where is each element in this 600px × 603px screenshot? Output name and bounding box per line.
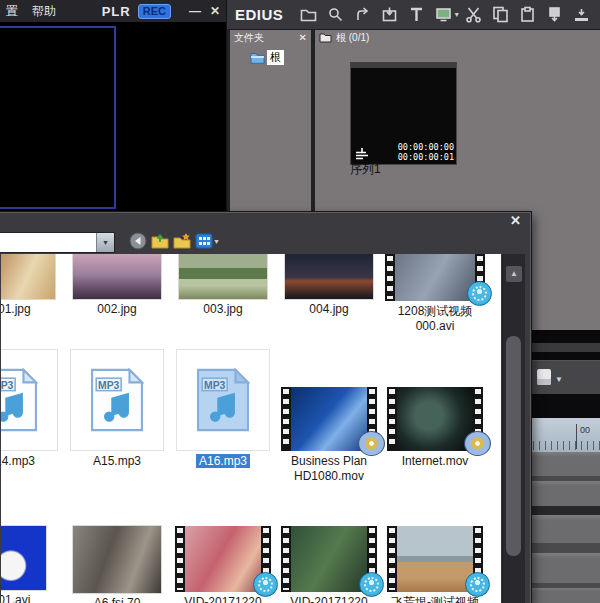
image-thumbnail xyxy=(73,526,161,593)
paste-icon[interactable] xyxy=(519,6,536,23)
image-thumbnail xyxy=(179,254,267,299)
file-label: VID-20171220 xyxy=(184,595,261,603)
scrollbar-thumb[interactable] xyxy=(506,336,521,556)
media-player-overlay-icon xyxy=(359,572,384,597)
file-item-vid2[interactable]: VID-20171220 xyxy=(276,523,382,603)
file-item-a16mp3-selected[interactable]: MP3 A16.mp3 xyxy=(170,349,276,484)
file-label: A6 fsi 70 xyxy=(94,596,141,603)
file-label: Internet.mov xyxy=(402,454,469,468)
folders-panel-close-icon[interactable]: ✕ xyxy=(299,32,307,43)
file-label: A15.mp3 xyxy=(93,454,141,468)
rec-mode-badge[interactable]: REC xyxy=(138,4,171,19)
cut-icon[interactable] xyxy=(465,6,482,23)
player-minimize-button[interactable]: — xyxy=(189,4,201,18)
timeline-clip-icon xyxy=(355,148,369,161)
monitor-icon[interactable] xyxy=(435,6,452,23)
dialog-close-icon[interactable]: ✕ xyxy=(510,213,521,228)
audio-thumbnail: MP3 xyxy=(1,349,58,451)
capture-icon[interactable] xyxy=(546,6,563,23)
edius-toolbar: EDIUS ▼ xyxy=(227,0,600,30)
file-label: 001.jpg xyxy=(1,302,31,316)
file-row: 001.avi A6 fsi 70 VID-20171220 xyxy=(1,523,488,603)
image-thumbnail xyxy=(1,254,55,299)
screen: 置 帮助 PLR REC — ✕ EDIUS ▼ xyxy=(0,0,600,603)
track-header-icon[interactable] xyxy=(537,369,551,385)
file-list: 001.jpg 002.jpg 003.jpg 004.jpg xyxy=(1,254,501,603)
clip-timecode-in: 00:00:00:00 xyxy=(398,142,454,152)
menu-item-help[interactable]: 帮助 xyxy=(32,3,56,20)
file-item-003jpg[interactable]: 003.jpg xyxy=(170,254,276,334)
quicktime-disc-icon xyxy=(464,431,491,456)
menu-item-settings-partial[interactable]: 置 xyxy=(6,3,18,20)
bin-panel-title: 根 (0/1) xyxy=(336,31,369,45)
send-up-icon[interactable] xyxy=(354,6,371,23)
scrollbar-up-icon[interactable]: ▲ xyxy=(506,266,522,282)
player-close-button[interactable]: ✕ xyxy=(210,4,220,18)
new-folder-icon[interactable] xyxy=(173,232,191,250)
file-list-scrollbar[interactable]: ▲ xyxy=(502,254,525,603)
view-grid-caret-icon[interactable]: ▼ xyxy=(213,238,220,245)
file-label: 004.jpg xyxy=(309,302,348,316)
clip-timecodes: 00:00:00:00 00:00:00:01 xyxy=(398,142,454,162)
image-thumbnail xyxy=(1,526,46,590)
file-item-internet-mov[interactable]: Internet.mov xyxy=(382,349,488,484)
file-label-selected: A16.mp3 xyxy=(196,454,250,468)
file-item-testvideo[interactable]: 飞荒垠-测试视频 xyxy=(382,523,488,603)
bin-clip-sequence[interactable]: 00:00:00:00 00:00:00:01 xyxy=(350,62,457,165)
monitor-caret-icon[interactable]: ▼ xyxy=(453,11,460,18)
file-label: A14.mp3 xyxy=(1,454,35,468)
view-grid-icon[interactable] xyxy=(195,232,213,250)
file-item-002jpg[interactable]: 002.jpg xyxy=(64,254,170,334)
file-row: 001.jpg 002.jpg 003.jpg 004.jpg xyxy=(1,254,488,334)
dialog-titlebar[interactable]: ✕ xyxy=(0,213,530,230)
file-label: 001.avi xyxy=(1,593,30,603)
media-player-overlay-icon xyxy=(467,281,492,306)
folder-tree: 根 xyxy=(230,45,311,65)
search-icon[interactable] xyxy=(327,6,344,23)
bin-clip-thumbnail: 00:00:00:00 00:00:00:01 xyxy=(351,68,456,164)
file-item-1208avi[interactable]: 1208测试视频 000.avi xyxy=(382,254,488,334)
edius-logo: EDIUS xyxy=(235,6,283,23)
svg-text:MP3: MP3 xyxy=(204,380,226,391)
track-header-caret-icon[interactable]: ▼ xyxy=(555,375,563,384)
folders-panel-title: 文件夹 xyxy=(234,31,264,45)
file-label: Business Plan HD1080.mov xyxy=(291,454,367,483)
copy-icon[interactable] xyxy=(492,6,509,23)
combobox-dropdown-icon[interactable]: ▼ xyxy=(96,233,114,252)
plr-mode-button[interactable]: PLR xyxy=(102,4,131,19)
player-preview-area xyxy=(0,26,116,209)
file-item-businessplan-mov[interactable]: Business Plan HD1080.mov xyxy=(276,349,382,484)
bin-folder-icon xyxy=(319,32,332,43)
filename-combobox[interactable]: ▼ xyxy=(0,232,115,253)
image-thumbnail xyxy=(285,254,373,299)
folder-tree-item-root[interactable]: 根 xyxy=(267,50,284,65)
file-row: MP3 A14.mp3 MP3 A15.mp3 MP3 A16.mp3 xyxy=(1,349,488,484)
quicktime-disc-icon xyxy=(358,431,385,456)
file-item-a15mp3[interactable]: MP3 A15.mp3 xyxy=(64,349,170,484)
clip-timecode-out: 00:00:00:01 xyxy=(398,152,454,162)
file-item-001jpg[interactable]: 001.jpg xyxy=(1,254,64,334)
file-item-vid1[interactable]: VID-20171220 xyxy=(170,523,276,603)
file-label: 1208测试视频 000.avi xyxy=(398,304,473,333)
up-one-level-icon[interactable] xyxy=(151,232,169,250)
file-item-a14mp3[interactable]: MP3 A14.mp3 xyxy=(1,349,64,484)
back-icon[interactable] xyxy=(129,232,147,250)
title-t-icon[interactable] xyxy=(408,6,425,23)
audio-thumbnail: MP3 xyxy=(176,349,270,451)
file-label: 002.jpg xyxy=(97,302,136,316)
filename-input[interactable] xyxy=(0,233,96,252)
svg-text:MP3: MP3 xyxy=(1,380,14,391)
file-label: VID-20171220 xyxy=(290,595,367,603)
file-label: 飞荒垠-测试视频 xyxy=(391,595,479,603)
media-player-overlay-icon xyxy=(253,572,278,597)
file-item-street[interactable]: A6 fsi 70 xyxy=(64,523,170,603)
image-thumbnail xyxy=(73,254,161,299)
clip-name-label: 序列1 xyxy=(350,161,381,178)
bin-panel-header: 根 (0/1) xyxy=(315,30,600,45)
import-icon[interactable] xyxy=(381,6,398,23)
add-to-timeline-icon[interactable] xyxy=(573,6,590,23)
file-label: 003.jpg xyxy=(203,302,242,316)
file-item-cat[interactable]: 001.avi xyxy=(1,523,64,603)
file-item-004jpg[interactable]: 004.jpg xyxy=(276,254,382,334)
folder-icon[interactable] xyxy=(300,6,317,23)
